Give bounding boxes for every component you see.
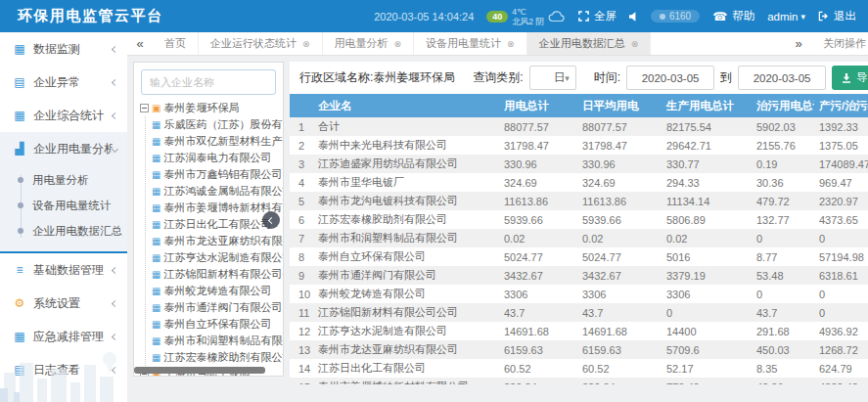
date-from-input[interactable] xyxy=(626,66,714,90)
tab-device-power-stats[interactable]: 设备用电量统计 ⊗ xyxy=(414,32,527,55)
table-row[interactable]: 11 江苏锦阳新材料有限公司公司 43.7 43.7 0 43.7 0 xyxy=(290,303,868,322)
tabs-scroll-left[interactable]: « xyxy=(127,32,153,55)
sidebar-item-power-analysis[interactable]: ▟ 企业用电量分析 xyxy=(0,132,127,165)
tree-item-company[interactable]: ▦ 泰州市龙达亚麻纺织有限公司 xyxy=(146,233,283,249)
tab-power-data-summary[interactable]: 企业用电数据汇总 ⊗ xyxy=(527,32,652,55)
logout-button[interactable]: 退出 xyxy=(818,9,856,23)
table-row[interactable]: 7 泰州市和润塑料制品有限公司 0.02 0.02 0.02 0 0 xyxy=(290,229,868,247)
tree-item-company[interactable]: ▦ 泰州蛟龙铸造有限公司 xyxy=(146,283,283,299)
tree-item-company[interactable]: ▦ 江苏宏泰橡胶助剂有限公司 xyxy=(146,349,283,366)
row-index: 4 xyxy=(290,173,313,192)
query-type-select[interactable]: 日 ▾ xyxy=(529,66,576,90)
tree-item-company[interactable]: ▦ 泰州市姜堰博特新材料有限公司 xyxy=(146,200,283,216)
daily-avg-cell: 60.52 xyxy=(577,359,662,378)
sidebar-subitem-device-power-stats[interactable]: 设备用电量统计 xyxy=(0,193,127,218)
close-operations-menu[interactable]: 关闭操作 xyxy=(823,36,866,51)
row-index: 12 xyxy=(290,322,313,340)
table-row[interactable]: 5 泰州市龙沟电镀科技有限公司 11613.86 11613.86 11134.… xyxy=(290,192,868,210)
ratio-cell: 174089.47 xyxy=(814,155,868,173)
row-index: 13 xyxy=(290,340,313,359)
table-row[interactable]: 13 泰州市龙达亚麻纺织有限公司 6159.63 6159.63 5709.6 … xyxy=(290,340,868,359)
ratio-cell: 0 xyxy=(814,229,868,247)
export-label: 导出 xyxy=(856,70,868,85)
chart-icon: ▟ xyxy=(12,142,27,156)
tree-item-company[interactable]: ▦ 泰州自立环保有限公司 xyxy=(146,316,283,333)
sidebar-item-logs[interactable]: ▤ 日志查看 xyxy=(0,353,127,386)
table-row[interactable]: 3 江苏迪盛家用纺织品有限公司 330.96 330.96 330.77 0.1… xyxy=(290,155,868,173)
sidebar-item-emergency-reduction[interactable]: ▦ 应急减排管理 xyxy=(0,320,127,353)
daily-avg-cell: 11613.86 xyxy=(577,192,662,210)
company-name-cell: 泰州市龙达亚麻纺织有限公司 xyxy=(313,340,499,359)
collapse-panel-button[interactable] xyxy=(262,211,280,229)
building-icon: ▦ xyxy=(152,219,160,230)
fullscreen-button[interactable]: 全屏 xyxy=(578,9,617,23)
export-button[interactable]: 导出 xyxy=(832,66,868,90)
tree-item-company[interactable]: ▦ 江苏锦阳新材料有限公司公司 xyxy=(146,266,283,283)
table-row[interactable]: 9 泰州市通洋阀门有限公司 3432.67 3432.67 3379.19 53… xyxy=(290,266,868,285)
tree-item-company[interactable]: ▦ 泰州市通洋阀门有限公司 xyxy=(146,299,283,316)
table-row[interactable]: 6 江苏宏泰橡胶助剂有限公司 5939.66 5939.66 5806.89 1… xyxy=(290,210,868,229)
production-power-cell: 0 xyxy=(662,303,752,322)
total-power-cell: 88077.57 xyxy=(499,117,577,136)
ratio-cell: 1375.05 xyxy=(814,136,868,155)
production-power-cell: 11134.14 xyxy=(662,192,752,210)
download-icon xyxy=(842,73,851,83)
table-row[interactable]: 12 江苏亨达水泥制造有限公司 14691.68 14691.68 14400 … xyxy=(290,322,868,340)
help-button[interactable]: ☎ 帮助 xyxy=(712,9,754,23)
table-row[interactable]: 4 泰州市里华电镀厂 324.69 324.69 294.33 30.36 96… xyxy=(290,173,868,192)
tab-close-icon[interactable]: ⊗ xyxy=(631,39,639,49)
document-icon: ▤ xyxy=(12,75,27,89)
building-icon: ▦ xyxy=(152,169,160,180)
message-count-badge[interactable]: 6160 xyxy=(651,10,700,22)
tree-item-company[interactable]: ▦ 泰州市双亿新型材料生产有限公司 xyxy=(146,133,283,150)
user-menu[interactable]: admin ▾ xyxy=(767,11,805,22)
table-row[interactable]: 15 泰州市姜堰博特新材料有限公司 820.84 820.84 778.48 4… xyxy=(290,378,868,384)
tab-close-icon[interactable]: ⊗ xyxy=(302,39,310,49)
total-power-cell: 60.52 xyxy=(499,359,577,378)
cloud-icon xyxy=(548,10,566,22)
app-window: 环保用电监管云平台 2020-03-05 14:04:24 40 4℃ 北风2 … xyxy=(0,0,868,402)
table-row[interactable]: 8 泰州自立环保有限公司 5024.77 5024.77 5016 8.77 5… xyxy=(290,247,868,266)
sidebar-item-enterprise-stats[interactable]: ▦ 企业综合统计 xyxy=(0,99,127,132)
chevron-down-icon xyxy=(112,145,118,152)
table-row[interactable]: 10 泰州蛟龙铸造有限公司 3306 3306 3306 0 0 xyxy=(290,285,868,303)
collapse-toggle[interactable] xyxy=(140,104,149,112)
tree-item-company[interactable]: ▦ 泰州市万鑫钨钼有限公司 xyxy=(146,166,283,183)
database-icon: ≡ xyxy=(12,263,27,277)
company-tree-panel: ▣ 泰州姜堰环保局 ▦ 乐威医药（江苏）股份有限公司 ▦ 泰州市双亿新型材料生产… xyxy=(133,62,284,377)
search-input[interactable] xyxy=(141,69,276,95)
ratio-cell: 969.47 xyxy=(814,173,868,192)
sidebar-item-data-monitoring[interactable]: ▦ 数据监测 xyxy=(0,32,127,66)
region-label: 行政区域名称:泰州姜堰环保局 xyxy=(299,69,455,86)
daily-avg-cell: 5939.66 xyxy=(577,210,662,229)
building-icon: ▦ xyxy=(152,119,160,130)
tree-item-company[interactable]: ▦ 江苏润泰电力有限公司 xyxy=(146,150,283,166)
speaker-icon[interactable] xyxy=(629,12,638,22)
tree-root-bureau[interactable]: ▣ 泰州姜堰环保局 xyxy=(140,100,283,116)
daily-avg-cell: 3432.67 xyxy=(577,266,662,285)
table-row[interactable]: 14 江苏日出化工有限公司 60.52 60.52 52.17 8.35 624… xyxy=(290,359,868,378)
tabs-scroll-right[interactable]: » xyxy=(786,36,811,51)
total-power-cell: 6159.63 xyxy=(499,340,577,359)
sidebar-subitem-power-analysis[interactable]: 用电量分析 xyxy=(0,167,127,193)
sidebar-item-enterprise-abnormal[interactable]: ▤ 企业异常 xyxy=(0,66,127,99)
tab-enterprise-status[interactable]: 企业运行状态统计 ⊗ xyxy=(199,32,323,55)
sidebar-item-basic-data[interactable]: ≡ 基础数据管理 xyxy=(0,253,127,287)
tree-item-company[interactable]: ▦ 江苏亨达水泥制造有限公司 xyxy=(146,249,283,266)
tab-close-icon[interactable]: ⊗ xyxy=(394,39,402,49)
sidebar-item-system-settings[interactable]: ⚙ 系统设置 xyxy=(0,287,127,320)
column-header-ratio: 产污/治污(用电比) xyxy=(814,94,868,117)
tree-item-company[interactable]: ▦ 乐威医药（江苏）股份有限公司 xyxy=(146,116,283,133)
horizontal-scrollbar[interactable] xyxy=(134,367,283,374)
daily-avg-cell: 324.69 xyxy=(577,173,662,192)
tab-close-icon[interactable]: ⊗ xyxy=(507,39,515,49)
table-row[interactable]: 2 泰州中来光电科技有限公司 31798.47 31798.47 29642.7… xyxy=(290,136,868,155)
sidebar-subitem-power-data-summary[interactable]: 企业用电数据汇总 xyxy=(0,218,127,244)
tab-home[interactable]: 首页 xyxy=(153,32,199,55)
tree-item-company[interactable]: ▦ 泰州市和润塑料制品有限公司 xyxy=(146,333,283,349)
tab-power-analysis[interactable]: 用电量分析 ⊗ xyxy=(323,32,415,55)
date-to-input[interactable] xyxy=(738,66,826,90)
column-header-treatment: 治污用电总计 xyxy=(752,94,814,117)
table-row[interactable]: 1 合计 88077.57 88077.57 82175.54 5902.03 … xyxy=(290,117,868,136)
tree-item-company[interactable]: ▦ 江苏鸿诚金属制品有限公司 xyxy=(146,183,283,200)
